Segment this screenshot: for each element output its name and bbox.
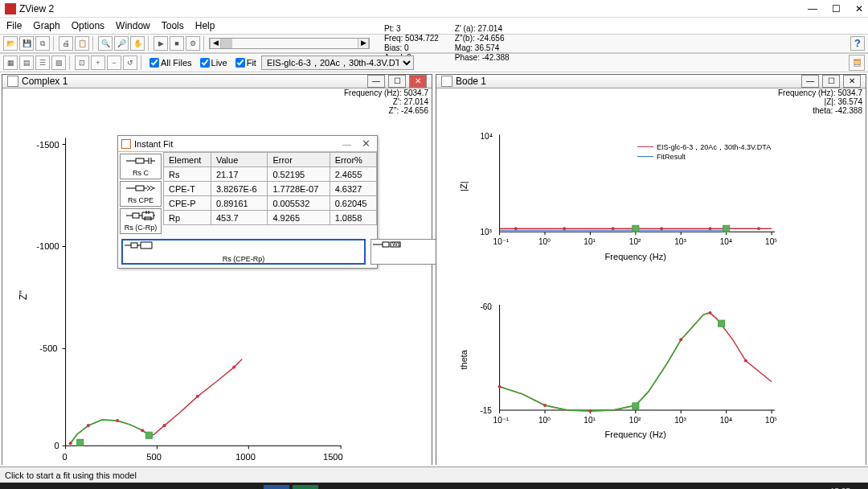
complex-window-title: Complex 1 [22, 76, 364, 87]
svg-point-89 [612, 227, 615, 230]
model-rs-c-rp[interactable]: Rs (C-Rp) [120, 208, 162, 234]
svg-text:10⁰: 10⁰ [538, 416, 551, 425]
svg-text:10¹: 10¹ [583, 237, 596, 246]
window-titlebar: ZView 2 — ☐ ✕ [0, 0, 868, 18]
excel-icon[interactable]: X [293, 485, 318, 489]
taskview-icon[interactable]: ▭ [32, 485, 58, 489]
word-icon[interactable]: W [264, 485, 289, 489]
svg-point-20 [69, 442, 72, 445]
app-icon-2[interactable]: ◐ [119, 485, 145, 489]
calc-icon[interactable]: 🧮 [849, 55, 865, 71]
svg-text:|Z|: |Z| [459, 181, 469, 191]
zoomin-icon[interactable]: 🔍 [98, 36, 113, 51]
instantfit-minimize[interactable]: — [342, 139, 351, 149]
info-zb: Z''(b): -24.656 [455, 34, 510, 43]
menu-options[interactable]: Options [72, 20, 104, 31]
bode-plot-area[interactable]: Frequency (Hz): 5034.7 |Z|: 36.574 theta… [436, 88, 866, 466]
stop-icon[interactable]: ■ [170, 36, 184, 51]
bode-titlebar[interactable]: Bode 1 — ☐ ✕ [436, 75, 866, 88]
file-combo[interactable]: EIS-glc-6-3，20Ac，30th-4.3V.DTA [261, 55, 414, 70]
svg-rect-28 [145, 432, 152, 438]
table-row: CPE-P0.891610.0055320.62045 [164, 196, 377, 211]
bode-close[interactable]: ✕ [843, 75, 861, 88]
table-row: Rs21.170.521952.4655 [164, 167, 377, 182]
copy-icon[interactable]: 📋 [75, 36, 89, 51]
complex-maximize[interactable]: ☐ [388, 75, 406, 88]
complex-titlebar[interactable]: Complex 1 — ☐ ✕ [2, 75, 432, 88]
model-rs-c[interactable]: Rs C [120, 154, 162, 179]
print-icon[interactable]: 🖨 [59, 36, 73, 51]
svg-text:10⁴: 10⁴ [480, 132, 492, 141]
instantfit-titlebar[interactable]: Instant Fit — ✕ [118, 136, 377, 152]
zoom-fit-icon[interactable]: ⊡ [75, 55, 89, 70]
model-rs-cpe-rp[interactable]: Rs (CPE-Rp) [121, 239, 366, 265]
app-icon-5[interactable]: ⬜ [379, 485, 405, 489]
saveall-icon[interactable]: ⧉ [35, 36, 50, 51]
win-table-icon[interactable]: ▤ [19, 55, 34, 70]
complex-close[interactable]: ✕ [409, 75, 427, 88]
menu-file[interactable]: File [6, 20, 22, 31]
svg-rect-30 [136, 158, 144, 163]
checkbox-fit[interactable]: Fit [235, 58, 256, 68]
complex-plot-area[interactable]: Frequency (Hz): 5034.7 Z': 27.014 Z'': -… [2, 88, 432, 466]
win-chart-icon[interactable]: ▧ [51, 55, 66, 70]
app-icon-3[interactable]: ◉ [177, 485, 203, 489]
svg-rect-40 [133, 213, 139, 218]
svg-point-88 [563, 227, 566, 230]
svg-text:theta: theta [459, 349, 469, 369]
run-icon[interactable]: ▶ [154, 36, 168, 51]
ie-icon[interactable]: ⓔ [61, 485, 87, 489]
info-bias: Bias: 0 [384, 43, 439, 53]
close-button[interactable]: ✕ [855, 3, 863, 14]
bode-minimize[interactable]: — [801, 75, 819, 88]
calculator-icon[interactable]: 🖩 [206, 485, 231, 489]
svg-text:-1000: -1000 [36, 241, 59, 251]
statusbar: Click to start a fit using this model [0, 466, 868, 483]
chat-icon[interactable]: 💬 [235, 485, 260, 489]
zoom-plus-icon[interactable]: + [91, 55, 105, 70]
hand-icon[interactable]: ✋ [130, 36, 145, 51]
checkbox-allfiles[interactable]: All Files [149, 58, 192, 68]
minimize-button[interactable]: — [808, 3, 817, 14]
menu-tools[interactable]: Tools [162, 20, 184, 31]
open-icon[interactable]: 📂 [3, 36, 18, 51]
instantfit-close-x[interactable]: ✕ [358, 138, 374, 150]
svg-text:-60: -60 [480, 302, 492, 311]
win-list-icon[interactable]: ☰ [35, 55, 50, 70]
menu-graph[interactable]: Graph [33, 20, 59, 31]
complex-minimize[interactable]: — [367, 75, 385, 88]
zview-task-icon[interactable]: Z [350, 485, 376, 489]
zoomout-icon[interactable]: 🔎 [114, 36, 129, 51]
svg-point-90 [660, 227, 663, 230]
svg-point-25 [196, 395, 199, 398]
help-icon[interactable]: ? [850, 36, 865, 51]
dialog-icon [121, 139, 131, 149]
explorer-icon[interactable]: 📁 [148, 485, 174, 489]
svg-text:-15: -15 [480, 406, 492, 415]
app-icon-4[interactable]: ⬛ [321, 485, 347, 489]
menu-window[interactable]: Window [116, 20, 150, 31]
start-button[interactable]: ⊞ [3, 485, 29, 489]
svg-text:10¹: 10¹ [583, 416, 596, 425]
tool-icon[interactable]: ⚙ [186, 36, 200, 51]
svg-point-21 [87, 424, 90, 427]
zoom-reset-icon[interactable]: ↺ [123, 55, 137, 70]
menu-help[interactable]: Help [195, 20, 215, 31]
save-icon[interactable]: 💾 [19, 36, 34, 51]
zoom-minus-icon[interactable]: − [107, 55, 121, 70]
svg-text:10²: 10² [629, 416, 641, 425]
svg-text:FitResult: FitResult [657, 153, 686, 161]
bode-maximize[interactable]: ☐ [822, 75, 840, 88]
model-rs-cpe[interactable]: Rs CPE [120, 181, 162, 207]
instant-fit-dialog[interactable]: Instant Fit — ✕ Rs C Rs CPE Rs (C-Rp) [117, 135, 378, 269]
maximize-button[interactable]: ☐ [832, 3, 841, 14]
svg-rect-127 [719, 320, 725, 327]
svg-text:-500: -500 [39, 343, 57, 353]
svg-point-120 [543, 404, 547, 407]
checkbox-live[interactable]: Live [200, 58, 227, 68]
win-grid-icon[interactable]: ▦ [3, 55, 18, 70]
app-icon-1[interactable]: ✳ [90, 485, 116, 489]
svg-rect-93 [633, 225, 639, 232]
file-scrollbar[interactable]: ◀▶ [209, 38, 370, 49]
windows-taskbar: ⊞ ▭ ⓔ ✳ ◐ 📁 ◉ 🖩 💬 W X ⬛ Z ⬜ ㅅ ⚫ 😊 🔋 ⚑ 🔊 … [0, 483, 868, 489]
